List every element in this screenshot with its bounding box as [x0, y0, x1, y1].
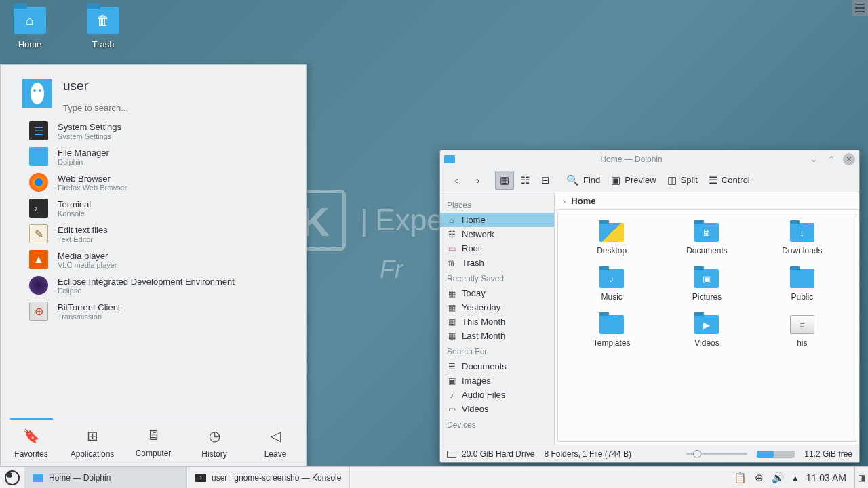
app-system-settings[interactable]: ☰System SettingsSystem Settings: [1, 118, 306, 144]
sidebar-item-videos[interactable]: ▭Videos: [440, 402, 554, 416]
file-view[interactable]: Desktop 🗎Documents ↓Downloads ♪Music ▣Pi…: [557, 213, 856, 442]
chevron-right-icon: ›: [563, 196, 566, 206]
clock[interactable]: 11:03 AM: [806, 472, 846, 483]
places-header: Places: [440, 197, 554, 213]
desktop-icon-trash[interactable]: 🗑 Trash: [87, 7, 119, 49]
icons-view-button[interactable]: ▦: [495, 171, 514, 190]
calendar-icon: ▦: [447, 303, 456, 312]
home-icon: ⌂: [26, 13, 34, 28]
folder-icon: ♪: [599, 269, 624, 288]
firefox-icon: [29, 173, 48, 192]
network-icon[interactable]: ⊕: [755, 472, 764, 484]
image-icon: ▣: [447, 376, 456, 386]
search-icon: 🔍: [566, 174, 579, 186]
application-menu-button[interactable]: [0, 467, 24, 488]
sidebar-item-images[interactable]: ▣Images: [440, 373, 554, 388]
details-view-icon: ⊟: [541, 174, 550, 186]
svg-point-1: [33, 89, 36, 92]
history-icon: ◷: [209, 428, 220, 444]
sidebar-item-root[interactable]: ▭Root: [440, 241, 554, 256]
folder-icon: ▣: [694, 269, 719, 288]
desktop-icon-home[interactable]: ⌂ Home: [14, 7, 46, 49]
app-text-editor[interactable]: ✎Edit text filesText Editor: [1, 221, 306, 247]
folder-public[interactable]: Public: [758, 269, 846, 302]
minimize-button[interactable]: ⌄: [808, 153, 820, 165]
recent-header: Recently Saved: [440, 270, 554, 286]
folder-icon: [599, 315, 624, 334]
folder-templates[interactable]: Templates: [568, 315, 656, 348]
task-dolphin[interactable]: Home — Dolphin: [24, 467, 187, 488]
sidebar-item-today[interactable]: ▦Today: [440, 286, 554, 300]
compact-view-icon: ☷: [521, 174, 530, 186]
find-button[interactable]: 🔍Find: [562, 171, 604, 190]
compact-view-button[interactable]: ☷: [515, 171, 534, 190]
transmission-icon: ⊕: [29, 302, 48, 321]
folder-pictures[interactable]: ▣Pictures: [663, 269, 751, 302]
search-input[interactable]: [63, 102, 298, 115]
breadcrumb[interactable]: ›Home: [555, 192, 859, 210]
folder-videos[interactable]: ▶Videos: [663, 315, 751, 348]
drive-icon: [447, 451, 456, 458]
details-view-button[interactable]: ⊟: [536, 171, 555, 190]
search-header: Search For: [440, 343, 554, 359]
username-label: user: [63, 79, 298, 94]
volume-icon[interactable]: 🔊: [772, 472, 785, 484]
sidebar-item-this-month[interactable]: ▦This Month: [440, 314, 554, 329]
sidebar-item-home[interactable]: ⌂Home: [440, 213, 554, 227]
task-konsole[interactable]: ›user : gnome-screensho — Konsole: [187, 467, 350, 488]
chevron-left-icon: ‹: [455, 174, 458, 186]
preview-button[interactable]: ▣Preview: [607, 171, 660, 190]
free-space-bar: [757, 451, 795, 458]
sidebar-item-last-month[interactable]: ▦Last Month: [440, 329, 554, 343]
sidebar-item-yesterday[interactable]: ▦Yesterday: [440, 300, 554, 314]
forward-button[interactable]: ›: [469, 171, 488, 190]
clipboard-icon[interactable]: 📋: [734, 472, 747, 484]
folder-documents[interactable]: 🗎Documents: [663, 223, 751, 256]
app-bittorrent[interactable]: ⊕BitTorrent ClientTransmission: [1, 298, 306, 324]
desktop-toolbox-button[interactable]: [852, 0, 868, 16]
favorites-list: ☰System SettingsSystem Settings File Man…: [1, 118, 306, 418]
video-icon: ▭: [447, 405, 456, 414]
user-avatar[interactable]: [22, 79, 52, 108]
tab-applications[interactable]: ⊞Applications: [62, 418, 123, 466]
control-button[interactable]: ☰Control: [705, 171, 754, 190]
app-eclipse[interactable]: Eclipse Integrated Development Environme…: [1, 272, 306, 298]
bookmark-icon: 🔖: [23, 428, 40, 444]
terminal-icon: ›: [195, 474, 206, 482]
show-desktop-button[interactable]: ◨: [854, 467, 868, 488]
maximize-button[interactable]: ⌃: [825, 153, 837, 165]
folder-downloads[interactable]: ↓Downloads: [758, 223, 846, 256]
tab-history[interactable]: ◷History: [184, 418, 245, 466]
zoom-slider[interactable]: [686, 453, 747, 455]
status-summary: 8 Folders, 1 File (744 B): [544, 449, 631, 459]
trash-icon: 🗑: [447, 258, 456, 268]
sidebar-item-network[interactable]: ☷Network: [440, 227, 554, 241]
free-space-label: 11.2 GiB free: [804, 449, 852, 459]
folder-icon: ▭: [447, 244, 456, 253]
audio-icon: ♪: [447, 390, 456, 400]
statusbar: 20.0 GiB Hard Drive 8 Folders, 1 File (7…: [440, 445, 859, 462]
document-icon: ☰: [447, 362, 456, 371]
app-file-manager[interactable]: File ManagerDolphin: [1, 144, 306, 169]
tray-expand-icon[interactable]: ▴: [793, 472, 798, 484]
app-terminal[interactable]: ›_TerminalKonsole: [1, 195, 306, 221]
close-button[interactable]: ✕: [843, 153, 855, 165]
taskbar: Home — Dolphin ›user : gnome-screensho —…: [0, 466, 868, 488]
folder-desktop[interactable]: Desktop: [568, 223, 656, 256]
tab-computer[interactable]: 🖥Computer: [123, 418, 184, 466]
desktop-folder-icon: [599, 223, 624, 242]
back-button[interactable]: ‹: [447, 171, 466, 190]
folder-music[interactable]: ♪Music: [568, 269, 656, 302]
split-button[interactable]: ◫Split: [663, 171, 702, 190]
titlebar[interactable]: Home — Dolphin ⌄ ⌃ ✕: [440, 150, 859, 168]
tab-favorites[interactable]: 🔖Favorites: [1, 418, 62, 466]
file-his[interactable]: ≡his: [758, 315, 846, 348]
sidebar-item-trash[interactable]: 🗑Trash: [440, 256, 554, 270]
window-icon: [444, 155, 455, 163]
sidebar-item-hard-drive[interactable]: 20.0 GiB Hard Drive: [447, 449, 534, 459]
tab-leave[interactable]: ◁Leave: [245, 418, 306, 466]
app-media-player[interactable]: ▲Media playerVLC media player: [1, 247, 306, 272]
app-web-browser[interactable]: Web BrowserFirefox Web Browser: [1, 169, 306, 195]
sidebar-item-documents[interactable]: ☰Documents: [440, 359, 554, 373]
sidebar-item-audio[interactable]: ♪Audio Files: [440, 388, 554, 402]
